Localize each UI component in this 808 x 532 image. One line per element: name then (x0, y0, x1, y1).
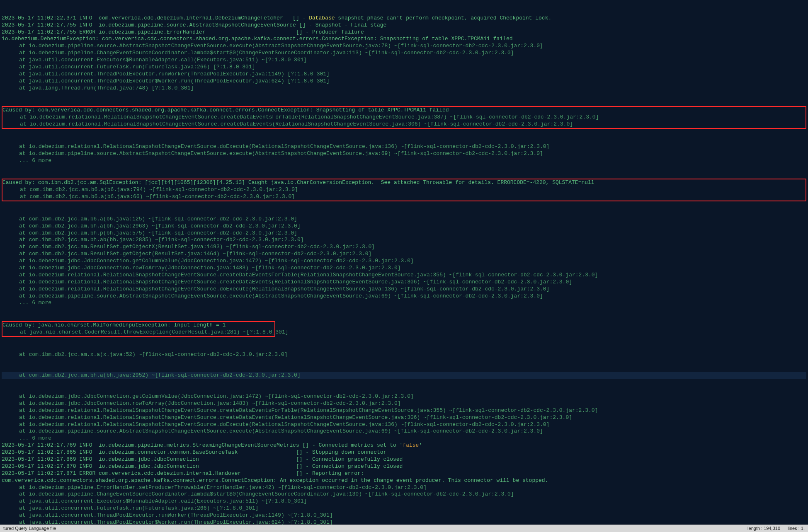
stack-trace-line: ... 6 more (2, 157, 806, 164)
stack-trace-line: at com.ibm.db2.jcc.am.x.a(x.java:52) ~[f… (2, 351, 806, 358)
stack-trace-line: at com.ibm.db2.jcc.am.ResultSet.getObjec… (2, 244, 806, 251)
stack-trace-line: at io.debezium.relational.RelationalSnap… (2, 286, 806, 293)
stack-trace-line: at com.ibm.db2.jcc.am.bh.p(bh.java:575) … (2, 230, 806, 237)
caused-by-line: Caused by: java.nio.charset.MalformedInp… (2, 322, 274, 329)
stack-trace-line: at com.ibm.db2.jcc.am.bh.a(bh.java:2963)… (2, 223, 806, 230)
stack-trace-line: at com.ibm.db2.jcc.am.bh.ab(bh.java:2835… (2, 237, 806, 244)
log-viewer[interactable]: 2023-05-17 11:02:22,371 INFO com.ververi… (0, 0, 808, 532)
log-line: 2023-05-17 11:02:22,371 INFO com.ververi… (2, 15, 806, 22)
stack-trace-line: at com.ibm.db2.jcc.am.ResultSet.getObjec… (2, 251, 806, 258)
stack-trace-line: at java.util.concurrent.ThreadPoolExecut… (2, 512, 806, 519)
caused-by-line: Caused by: com.ververica.cdc.connectors.… (2, 107, 806, 114)
caused-by-line: Caused by: com.ibm.db2.jcc.am.SqlExcepti… (2, 179, 806, 186)
length-indicator: length : 194,310 (747, 525, 780, 531)
log-line: io.debezium.DebeziumException: com.verve… (2, 36, 806, 43)
stack-trace-line: at io.debezium.relational.RelationalSnap… (2, 272, 806, 279)
stack-trace-line: at com.ibm.db2.jcc.am.b6.a(b6.java:66) ~… (2, 193, 806, 201)
stack-trace-line: at io.debezium.relational.RelationalSnap… (2, 407, 806, 414)
stack-trace-line: at io.debezium.jdbc.JdbcConnection.getCo… (2, 393, 806, 400)
log-line: 2023-05-17 11:02:27,869 INFO io.debezium… (2, 456, 806, 463)
stack-trace-line: at java.lang.Thread.run(Thread.java:748)… (2, 85, 806, 92)
file-type-label: tured Query Language file (3, 526, 56, 531)
stack-trace-line: at io.debezium.relational.RelationalSnap… (2, 143, 806, 150)
log-line: 2023-05-17 11:02:27,755 INFO io.debezium… (2, 22, 806, 29)
annotation-box-2: Caused by: com.ibm.db2.jcc.am.SqlExcepti… (2, 179, 806, 201)
stack-trace-line: at io.debezium.pipeline.ChangeEventSourc… (2, 50, 806, 57)
stack-trace-line: at com.ibm.db2.jcc.am.b6.a(b6.java:125) … (2, 216, 806, 223)
stack-trace-line: at java.nio.charset.CoderResult.throwExc… (2, 329, 274, 336)
log-line: 2023-05-17 11:02:27,871 ERROR com.verver… (2, 470, 806, 477)
stack-trace-line: at java.util.concurrent.ThreadPoolExecut… (2, 71, 806, 78)
stack-trace-line: at io.debezium.pipeline.source.AbstractS… (2, 150, 806, 157)
annotation-box-1: Caused by: com.ververica.cdc.connectors.… (2, 106, 806, 129)
log-line: 2023-05-17 11:02:27,865 INFO io.debezium… (2, 449, 806, 456)
log-line: 2023-05-17 11:02:27,870 INFO io.debezium… (2, 463, 806, 470)
current-line[interactable]: at com.ibm.db2.jcc.am.bh.a(bh.java:2952)… (2, 372, 806, 379)
log-line: 2023-05-17 11:02:27,769 INFO io.debezium… (2, 442, 806, 449)
stack-trace-line: at io.debezium.jdbc.JdbcConnection.rowTo… (2, 265, 806, 272)
stack-trace-line: at io.debezium.relational.RelationalSnap… (2, 421, 806, 428)
stack-trace-line: at io.debezium.relational.RelationalSnap… (2, 279, 806, 286)
stack-trace-line: at io.debezium.pipeline.ChangeEventSourc… (2, 491, 806, 498)
stack-trace-line: at io.debezium.pipeline.source.AbstractS… (2, 428, 806, 435)
stack-trace-line: at java.util.concurrent.Executors$Runnab… (2, 57, 806, 64)
log-line: 2023-05-17 11:02:27,755 ERROR io.debeziu… (2, 29, 806, 36)
annotation-box-3: Caused by: java.nio.charset.MalformedInp… (2, 321, 275, 337)
stack-trace-line: at com.ibm.db2.jcc.am.b6.a(b6.java:794) … (2, 186, 806, 193)
stack-trace-line: at io.debezium.pipeline.source.AbstractS… (2, 43, 806, 50)
stack-trace-line: at io.debezium.pipeline.source.AbstractS… (2, 293, 806, 300)
stack-trace-line: at io.debezium.relational.RelationalSnap… (2, 121, 806, 128)
log-line: com.ververica.cdc.connectors.shaded.org.… (2, 477, 806, 484)
stack-trace-line: at java.util.concurrent.Executors$Runnab… (2, 498, 806, 505)
stack-trace-line: at io.debezium.relational.RelationalSnap… (2, 414, 806, 421)
stack-trace-line: at io.debezium.relational.RelationalSnap… (2, 114, 806, 121)
stack-trace-line: at io.debezium.jdbc.JdbcConnection.rowTo… (2, 400, 806, 407)
stack-trace-line: at java.util.concurrent.FutureTask.run(F… (2, 64, 806, 71)
status-bar: tured Query Language file length : 194,3… (0, 525, 808, 532)
stack-trace-line: ... 6 more (2, 435, 806, 442)
stack-trace-line: at io.debezium.jdbc.JdbcConnection.getCo… (2, 258, 806, 265)
stack-trace-line: at io.debezium.pipeline.ErrorHandler.set… (2, 484, 806, 491)
stack-trace-line: at java.util.concurrent.ThreadPoolExecut… (2, 78, 806, 85)
lines-indicator: lines : 1, (788, 525, 805, 531)
stack-trace-line: ... 6 more (2, 300, 806, 307)
stack-trace-line: at java.util.concurrent.FutureTask.run(F… (2, 505, 806, 512)
